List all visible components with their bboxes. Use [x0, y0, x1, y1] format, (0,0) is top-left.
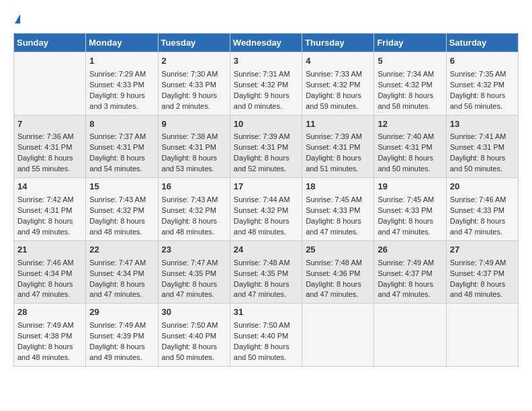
daylight-text-cont: and 47 minutes. [306, 227, 370, 238]
sunrise-text: Sunrise: 7:44 AM [234, 195, 298, 205]
sunset-text: Sunset: 4:35 PM [234, 269, 298, 279]
daylight-text: Daylight: 8 hours [17, 342, 82, 353]
sunrise-text: Sunrise: 7:37 AM [89, 132, 154, 142]
calendar-week-row: 28Sunrise: 7:49 AMSunset: 4:38 PMDayligh… [14, 304, 519, 367]
calendar-cell: 19Sunrise: 7:45 AMSunset: 4:33 PMDayligh… [374, 178, 446, 241]
calendar-cell: 20Sunrise: 7:46 AMSunset: 4:33 PMDayligh… [446, 178, 518, 241]
daylight-text-cont: and 48 minutes. [162, 227, 226, 238]
sunrise-text: Sunrise: 7:46 AM [450, 195, 515, 205]
logo-triangle-icon [15, 14, 20, 24]
daylight-text-cont: and 47 minutes. [234, 289, 298, 300]
day-number: 25 [306, 244, 370, 257]
calendar-cell [374, 304, 446, 367]
daylight-text-cont: and 50 minutes. [234, 353, 298, 363]
sunset-text: Sunset: 4:32 PM [306, 80, 370, 91]
daylight-text: Daylight: 8 hours [378, 91, 442, 101]
sunrise-text: Sunrise: 7:39 AM [306, 132, 370, 142]
calendar-cell: 28Sunrise: 7:49 AMSunset: 4:38 PMDayligh… [14, 304, 86, 367]
calendar-cell: 8Sunrise: 7:37 AMSunset: 4:31 PMDaylight… [86, 115, 158, 178]
day-number: 14 [17, 181, 82, 193]
daylight-text-cont: and 50 minutes. [450, 164, 515, 175]
calendar-cell: 23Sunrise: 7:47 AMSunset: 4:35 PMDayligh… [158, 240, 230, 304]
logo-text [13, 11, 20, 25]
calendar-cell: 29Sunrise: 7:49 AMSunset: 4:39 PMDayligh… [86, 304, 158, 367]
calendar-cell: 10Sunrise: 7:39 AMSunset: 4:31 PMDayligh… [230, 115, 302, 178]
page-header [13, 11, 519, 25]
daylight-text-cont: and 2 minutes. [162, 101, 226, 112]
daylight-text: Daylight: 8 hours [89, 279, 154, 290]
daylight-text-cont: and 48 minutes. [89, 227, 154, 238]
day-number: 11 [306, 118, 370, 131]
sunset-text: Sunset: 4:31 PM [162, 142, 226, 153]
calendar-cell: 7Sunrise: 7:36 AMSunset: 4:31 PMDaylight… [14, 115, 86, 178]
calendar-table: SundayMondayTuesdayWednesdayThursdayFrid… [13, 33, 519, 367]
day-number: 1 [89, 55, 154, 68]
sunrise-text: Sunrise: 7:48 AM [306, 258, 370, 269]
day-number: 6 [450, 55, 515, 68]
sunset-text: Sunset: 4:32 PM [234, 205, 298, 216]
sunset-text: Sunset: 4:32 PM [89, 205, 154, 216]
day-number: 3 [234, 55, 298, 68]
sunrise-text: Sunrise: 7:49 AM [17, 320, 82, 331]
calendar-cell: 14Sunrise: 7:42 AMSunset: 4:31 PMDayligh… [14, 178, 86, 241]
daylight-text: Daylight: 8 hours [234, 279, 298, 290]
sunrise-text: Sunrise: 7:45 AM [306, 195, 370, 205]
calendar-cell: 16Sunrise: 7:43 AMSunset: 4:32 PMDayligh… [158, 178, 230, 241]
calendar-cell: 17Sunrise: 7:44 AMSunset: 4:32 PMDayligh… [230, 178, 302, 241]
day-number: 20 [450, 181, 515, 193]
daylight-text: Daylight: 8 hours [17, 153, 82, 164]
calendar-cell: 31Sunrise: 7:50 AMSunset: 4:40 PMDayligh… [230, 304, 302, 367]
daylight-text: Daylight: 8 hours [17, 279, 82, 290]
calendar-cell: 4Sunrise: 7:33 AMSunset: 4:32 PMDaylight… [302, 52, 374, 116]
sunrise-text: Sunrise: 7:45 AM [378, 195, 442, 205]
calendar-cell: 9Sunrise: 7:38 AMSunset: 4:31 PMDaylight… [158, 115, 230, 178]
day-number: 30 [162, 306, 226, 319]
daylight-text: Daylight: 8 hours [89, 216, 154, 227]
calendar-cell: 24Sunrise: 7:48 AMSunset: 4:35 PMDayligh… [230, 240, 302, 304]
day-of-week-header: Monday [86, 34, 158, 52]
daylight-text: Daylight: 8 hours [450, 91, 515, 101]
sunrise-text: Sunrise: 7:36 AM [17, 132, 82, 142]
sunset-text: Sunset: 4:31 PM [17, 205, 82, 216]
calendar-cell: 21Sunrise: 7:46 AMSunset: 4:34 PMDayligh… [14, 240, 86, 304]
daylight-text-cont: and 50 minutes. [378, 164, 442, 175]
calendar-cell: 27Sunrise: 7:49 AMSunset: 4:37 PMDayligh… [446, 240, 518, 304]
daylight-text-cont: and 48 minutes. [17, 353, 82, 363]
calendar-cell: 11Sunrise: 7:39 AMSunset: 4:31 PMDayligh… [302, 115, 374, 178]
daylight-text: Daylight: 8 hours [234, 216, 298, 227]
daylight-text: Daylight: 8 hours [162, 153, 226, 164]
day-number: 23 [162, 244, 226, 257]
day-number: 21 [17, 244, 82, 257]
sunset-text: Sunset: 4:32 PM [378, 80, 442, 91]
sunrise-text: Sunrise: 7:46 AM [17, 258, 82, 269]
daylight-text-cont: and 54 minutes. [89, 164, 154, 175]
sunset-text: Sunset: 4:40 PM [162, 331, 226, 342]
daylight-text-cont: and 3 minutes. [89, 101, 154, 112]
daylight-text-cont: and 47 minutes. [378, 227, 442, 238]
sunrise-text: Sunrise: 7:31 AM [234, 69, 298, 80]
day-number: 29 [89, 306, 154, 319]
calendar-week-row: 7Sunrise: 7:36 AMSunset: 4:31 PMDaylight… [14, 115, 519, 178]
calendar-cell: 26Sunrise: 7:49 AMSunset: 4:37 PMDayligh… [374, 240, 446, 304]
day-number: 16 [162, 181, 226, 193]
sunrise-text: Sunrise: 7:40 AM [378, 132, 442, 142]
daylight-text-cont: and 56 minutes. [450, 101, 515, 112]
daylight-text: Daylight: 8 hours [450, 216, 515, 227]
sunrise-text: Sunrise: 7:49 AM [89, 320, 154, 331]
daylight-text: Daylight: 8 hours [306, 216, 370, 227]
sunset-text: Sunset: 4:31 PM [89, 142, 154, 153]
day-of-week-header: Sunday [14, 34, 86, 52]
calendar-cell: 2Sunrise: 7:30 AMSunset: 4:33 PMDaylight… [158, 52, 230, 116]
sunrise-text: Sunrise: 7:42 AM [17, 195, 82, 205]
day-of-week-header: Thursday [302, 34, 374, 52]
daylight-text: Daylight: 8 hours [378, 279, 442, 290]
daylight-text-cont: and 52 minutes. [234, 164, 298, 175]
daylight-text-cont: and 48 minutes. [234, 227, 298, 238]
sunset-text: Sunset: 4:37 PM [450, 269, 515, 279]
sunrise-text: Sunrise: 7:39 AM [234, 132, 298, 142]
logo [13, 11, 20, 25]
day-number: 4 [306, 55, 370, 68]
day-number: 27 [450, 244, 515, 257]
calendar-week-row: 21Sunrise: 7:46 AMSunset: 4:34 PMDayligh… [14, 240, 519, 304]
sunrise-text: Sunrise: 7:41 AM [450, 132, 515, 142]
